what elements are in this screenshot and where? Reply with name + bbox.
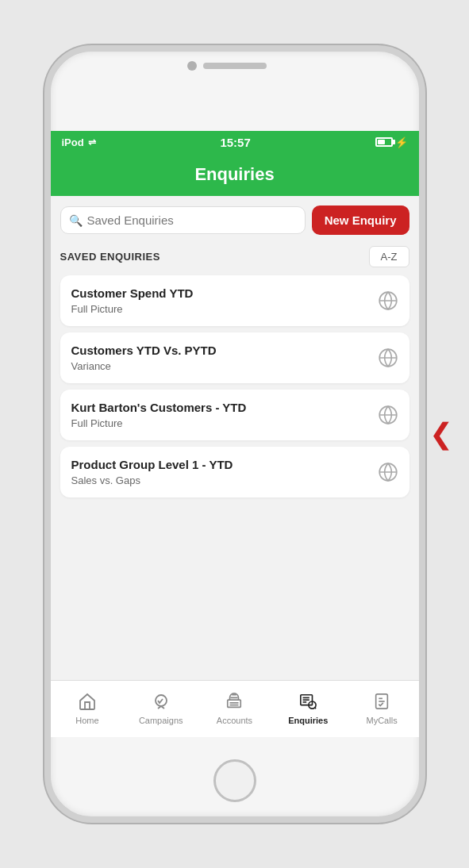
phone-camera xyxy=(187,61,197,71)
enquiry-info-2: Kurt Barton's Customers - YTD Full Pictu… xyxy=(71,401,371,429)
status-right: ⚡ xyxy=(375,136,408,148)
table-row[interactable]: Customer Spend YTD Full Picture xyxy=(60,275,409,326)
accounts-icon xyxy=(225,693,244,713)
enquiry-subtitle-3: Sales vs. Gaps xyxy=(71,474,371,486)
phone-screen: iPod ⇌ 15:57 ⚡ Enquiries xyxy=(51,131,419,737)
campaigns-label: Campaigns xyxy=(139,716,183,725)
status-time: 15:57 xyxy=(96,136,375,149)
table-row[interactable]: Kurt Barton's Customers - YTD Full Pictu… xyxy=(60,390,409,440)
search-icon: 🔍 xyxy=(69,214,83,227)
battery-icon xyxy=(375,137,393,147)
enquiries-icon xyxy=(298,693,317,713)
phone-speaker xyxy=(203,63,267,69)
search-input[interactable] xyxy=(87,213,297,227)
enquiry-title-1: Customers YTD Vs. PYTD xyxy=(71,344,371,357)
globe-icon-2 xyxy=(378,405,398,425)
campaigns-icon xyxy=(152,693,171,713)
svg-rect-5 xyxy=(228,700,241,707)
sidebar-item-accounts[interactable]: Accounts xyxy=(198,681,271,737)
battery-fill xyxy=(378,140,386,144)
phone-body: iPod ⇌ 15:57 ⚡ Enquiries xyxy=(44,45,425,823)
enquiry-title-0: Customer Spend YTD xyxy=(71,286,371,300)
globe-icon-3 xyxy=(378,462,398,482)
app-header: Enquiries xyxy=(51,153,419,196)
phone-wrapper: ❮ iPod ⇌ 15:57 ⚡ Enquiries xyxy=(0,0,469,868)
content-spacer xyxy=(60,505,409,670)
enquiries-label: Enquiries xyxy=(288,716,328,725)
enquiry-title-2: Kurt Barton's Customers - YTD xyxy=(71,401,371,414)
content-area: 🔍 New Enquiry SAVED ENQUIRIES A-Z Custom… xyxy=(51,196,419,680)
side-arrow[interactable]: ❮ xyxy=(429,417,453,451)
home-icon xyxy=(78,693,97,713)
sidebar-item-campaigns[interactable]: Campaigns xyxy=(124,681,198,737)
home-label: Home xyxy=(75,716,98,725)
section-title: SAVED ENQUIRIES xyxy=(60,251,160,263)
enquiry-info-3: Product Group Level 1 - YTD Sales vs. Ga… xyxy=(71,458,371,486)
svg-line-13 xyxy=(315,708,316,709)
sidebar-item-home[interactable]: Home xyxy=(51,681,125,737)
app-title: Enquiries xyxy=(194,164,274,184)
table-row[interactable]: Customers YTD Vs. PYTD Variance xyxy=(60,332,409,383)
sort-button[interactable]: A-Z xyxy=(369,246,409,267)
enquiry-subtitle-2: Full Picture xyxy=(71,417,371,429)
sidebar-item-enquiries[interactable]: Enquiries xyxy=(271,681,345,737)
sidebar-item-mycalls[interactable]: MyCalls xyxy=(345,681,419,737)
accounts-label: Accounts xyxy=(217,716,252,725)
search-input-wrapper: 🔍 xyxy=(60,206,306,234)
enquiry-info-0: Customer Spend YTD Full Picture xyxy=(71,286,371,315)
table-row[interactable]: Product Group Level 1 - YTD Sales vs. Ga… xyxy=(60,447,409,497)
globe-icon-0 xyxy=(378,290,398,311)
enquiry-subtitle-0: Full Picture xyxy=(71,303,371,315)
status-bar: iPod ⇌ 15:57 ⚡ xyxy=(51,131,419,153)
home-button[interactable] xyxy=(213,759,256,802)
new-enquiry-button[interactable]: New Enquiry xyxy=(312,205,409,235)
status-left: iPod ⇌ xyxy=(62,136,96,148)
enquiry-title-3: Product Group Level 1 - YTD xyxy=(71,458,371,471)
mycalls-icon xyxy=(372,693,391,713)
enquiry-list: Customer Spend YTD Full Picture Customer… xyxy=(60,275,409,497)
bottom-nav: Home Campaigns xyxy=(51,680,419,737)
search-row: 🔍 New Enquiry xyxy=(60,205,409,235)
globe-icon-1 xyxy=(378,348,398,368)
device-label: iPod xyxy=(62,136,84,148)
enquiry-subtitle-1: Variance xyxy=(71,360,371,372)
section-header: SAVED ENQUIRIES A-Z xyxy=(60,246,409,267)
lightning-icon: ⚡ xyxy=(395,136,408,148)
enquiry-info-1: Customers YTD Vs. PYTD Variance xyxy=(71,344,371,372)
wifi-icon: ⇌ xyxy=(88,136,96,148)
mycalls-label: MyCalls xyxy=(367,716,398,725)
